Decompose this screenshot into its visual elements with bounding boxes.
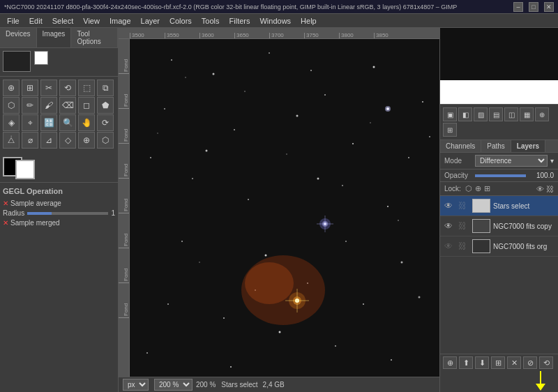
menu-item-image[interactable]: Image [105, 15, 135, 27]
minimize-button[interactable]: – [513, 2, 523, 12]
tab-paths[interactable]: Paths [481, 140, 511, 152]
eye-icon-layer-2[interactable]: 👁 [444, 221, 455, 231]
tool-btn-20[interactable]: ⊿ [40, 132, 57, 149]
tool-btn-21[interactable]: ◇ [59, 132, 76, 149]
tab-layers[interactable]: Layers [511, 140, 545, 152]
svg-point-22 [181, 241, 183, 242]
panel-icon-7[interactable]: ⊕ [535, 107, 549, 121]
svg-point-12 [192, 178, 193, 179]
close-button[interactable]: ✕ [544, 2, 554, 12]
tool-btn-8[interactable]: 🖌 [40, 97, 57, 114]
lock-icon-2[interactable]: ⊕ [475, 184, 481, 193]
tool-btn-6[interactable]: ⬡ [3, 97, 20, 114]
tab-channels[interactable]: Channels [440, 140, 481, 152]
tool-btn-1[interactable]: ⊞ [22, 80, 38, 96]
lower-layer-btn[interactable]: ⬇ [475, 356, 489, 369]
menu-item-select[interactable]: Select [48, 15, 78, 27]
tool-btn-16[interactable]: 🤚 [78, 114, 95, 131]
raise-layer-btn[interactable]: ⬆ [459, 356, 473, 369]
svg-point-39 [310, 70, 312, 71]
sample-average-x[interactable]: ✕ [3, 199, 8, 207]
panel-icon-3[interactable]: ▨ [474, 107, 488, 121]
tool-btn-23[interactable]: ⬡ [97, 132, 114, 149]
ruler-tick-7: 3800 [339, 33, 374, 38]
svg-point-47 [255, 289, 256, 291]
tool-btn-18[interactable]: ⧊ [3, 132, 20, 149]
tool-btn-15[interactable]: 🔍 [59, 114, 76, 131]
chain-icon-header[interactable]: ⛓ [546, 185, 554, 193]
color-area [0, 151, 118, 182]
layer-item-ngc7000-org[interactable]: 👁 ⛓ NGC7000 fits org [440, 236, 558, 257]
zoom-select[interactable]: 200 % [154, 379, 193, 391]
panel-icon-8[interactable]: ⊞ [443, 123, 457, 137]
title-text: *NGC7000 20241107 d800-pfa-300f4-24x240s… [4, 3, 457, 10]
tool-btn-11[interactable]: ⬟ [97, 97, 114, 114]
menu-item-tools[interactable]: Tools [197, 15, 224, 27]
eye-icon-layer-1[interactable]: 👁 [444, 201, 455, 211]
opacity-slider[interactable] [475, 174, 526, 177]
canvas-container[interactable] [130, 39, 439, 377]
svg-point-26 [418, 296, 421, 299]
panel-icon-4[interactable]: ▤ [489, 107, 503, 121]
tool-btn-10[interactable]: ◻ [78, 97, 95, 114]
mode-arrow[interactable]: ▾ [550, 157, 554, 165]
tool-btn-19[interactable]: ⌀ [22, 132, 38, 149]
menu-item-layer[interactable]: Layer [137, 15, 165, 27]
duplicate-layer-btn[interactable]: ⊞ [491, 356, 505, 369]
layer-thumb-1 [472, 199, 490, 213]
mode-select[interactable]: Difference [475, 155, 548, 167]
menu-bar: FileEditSelectViewImageLayerColorsToolsF… [0, 14, 558, 28]
tool-btn-2[interactable]: ✂ [40, 80, 57, 96]
ruler-tick-2: 3550 [165, 33, 199, 38]
layer-item-stars-select[interactable]: 👁 ⛓ Stars select [440, 196, 558, 216]
layer-btn-7[interactable]: ⟲ [539, 356, 553, 369]
tool-btn-13[interactable]: ⌖ [22, 114, 38, 131]
layer-btn-6[interactable]: ⊘ [523, 356, 537, 369]
tab-tool-options[interactable]: Tool Options [71, 28, 118, 47]
tool-btn-9[interactable]: ⌫ [59, 97, 76, 114]
layer-name-2: NGC7000 fits copy [493, 223, 554, 230]
main-layout: Devices Images Tool Options ⊕⊞✂⟲⬚⧉⬡✏🖌⌫◻⬟… [0, 28, 558, 392]
delete-layer-btn[interactable]: ✕ [507, 356, 521, 369]
menu-item-windows[interactable]: Windows [255, 15, 295, 27]
maximize-button[interactable]: □ [529, 2, 538, 12]
lock-icon-3[interactable]: ⊞ [484, 184, 490, 193]
radius-slider[interactable] [27, 212, 108, 215]
unit-select[interactable]: px [123, 379, 149, 391]
panel-icon-6[interactable]: ▦ [520, 107, 534, 121]
lock-icons: ⬡ ⊕ ⊞ [465, 184, 490, 193]
tool-btn-5[interactable]: ⧉ [97, 80, 114, 96]
new-layer-btn[interactable]: ⊕ [443, 356, 457, 369]
menu-item-filters[interactable]: Filters [225, 15, 255, 27]
panel-icon-2[interactable]: ◧ [458, 107, 472, 121]
ruler-tick-5: 3700 [269, 33, 304, 38]
menu-item-help[interactable]: Help [296, 15, 321, 27]
tool-btn-12[interactable]: ◈ [3, 114, 20, 131]
tool-btn-14[interactable]: 🔠 [40, 114, 57, 131]
svg-point-61 [385, 106, 391, 112]
panel-icon-1[interactable]: ▣ [443, 107, 457, 121]
layer-item-ngc7000-copy[interactable]: 👁 ⛓ NGC7000 fits copy [440, 216, 558, 236]
menu-item-view[interactable]: View [79, 15, 104, 27]
menu-item-file[interactable]: File [3, 15, 24, 27]
tool-btn-17[interactable]: ⟳ [97, 114, 114, 131]
zoom-label: 200 % [196, 381, 216, 389]
tool-btn-7[interactable]: ✏ [22, 97, 38, 114]
panel-icon-5[interactable]: ◫ [504, 107, 518, 121]
tab-images[interactable]: Images [37, 28, 72, 47]
layer-info: Stars select 2,4 GB [221, 381, 284, 389]
background-color[interactable] [15, 160, 35, 179]
eye-icon-header[interactable]: 👁 [536, 185, 544, 193]
tool-btn-22[interactable]: ⊕ [78, 132, 95, 149]
panel-tabs: Channels Paths Layers [440, 140, 558, 153]
lock-icon-1[interactable]: ⬡ [465, 184, 472, 193]
sample-merged-x[interactable]: ✕ [3, 219, 8, 227]
tool-btn-0[interactable]: ⊕ [3, 80, 20, 96]
svg-point-31 [391, 359, 392, 361]
tab-devices[interactable]: Devices [0, 28, 37, 47]
svg-point-37 [185, 77, 186, 78]
tool-btn-4[interactable]: ⬚ [78, 80, 95, 96]
menu-item-edit[interactable]: Edit [25, 15, 47, 27]
menu-item-colors[interactable]: Colors [165, 15, 196, 27]
tool-btn-3[interactable]: ⟲ [59, 80, 76, 96]
